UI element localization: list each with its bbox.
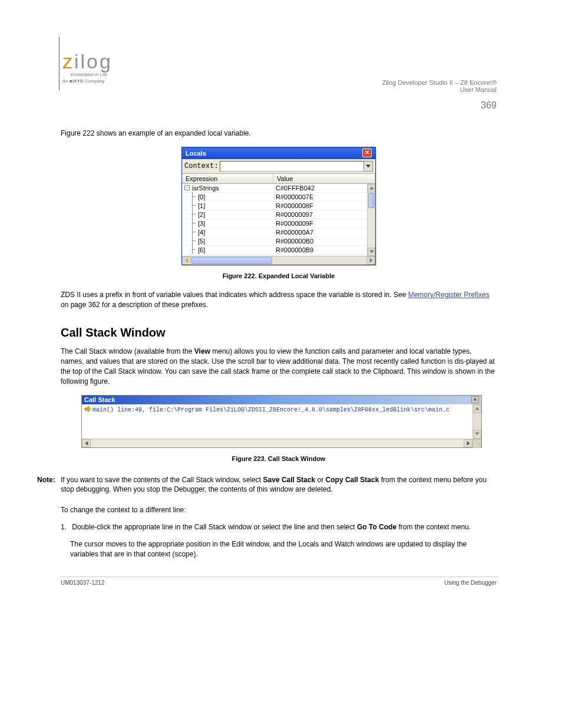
tree-branch-icon xyxy=(189,210,196,219)
tree-branch-icon xyxy=(189,192,196,201)
scroll-thumb[interactable] xyxy=(191,257,272,264)
figure-223-caption: Figure 223. Call Stack Window xyxy=(61,455,497,462)
scroll-right-button[interactable] xyxy=(366,256,375,265)
chevron-up-icon xyxy=(475,407,480,410)
scroll-right-button[interactable] xyxy=(464,439,472,447)
scroll-track[interactable] xyxy=(91,439,464,447)
procedure-step: 1. Double-click the appropriate line in … xyxy=(61,522,497,532)
page-header: Zilog Developer Studio II – Z8 Encore!® … xyxy=(61,79,497,111)
chevron-right-icon xyxy=(467,441,470,446)
horizontal-scrollbar[interactable] xyxy=(82,439,481,447)
procedure-intro: To change the context to a different lin… xyxy=(61,505,497,515)
callstack-heading: Call Stack Window xyxy=(61,326,497,340)
chevron-right-icon xyxy=(369,258,373,263)
logo-wordmark: zilog xyxy=(62,50,497,73)
scroll-up-button[interactable] xyxy=(473,404,481,413)
locals-columns-header: Expression Value xyxy=(182,173,375,184)
memory-prefixes-link[interactable]: Memory/Register Prefixes xyxy=(408,291,490,299)
chevron-left-icon xyxy=(185,258,189,263)
scroll-left-button[interactable] xyxy=(182,256,191,265)
note-label: Note: xyxy=(37,475,55,485)
close-icon[interactable]: × xyxy=(471,396,479,403)
scroll-thumb[interactable] xyxy=(368,193,375,208)
tree-branch-icon xyxy=(189,228,196,236)
context-dropdown-button[interactable] xyxy=(363,161,373,172)
current-frame-arrow-icon xyxy=(84,406,91,413)
footer-section: Using the Debugger xyxy=(444,579,497,586)
root-value: C#0FFFB042 xyxy=(273,185,367,192)
resize-grip-icon[interactable] xyxy=(472,439,481,448)
page-number: 369 xyxy=(481,100,497,110)
callstack-title-text: Call Stack xyxy=(84,396,115,403)
column-value[interactable]: Value xyxy=(273,174,375,183)
locals-rows: − isrStrings C#0FFFB042 [0]R#0000007E [1… xyxy=(182,184,367,256)
chevron-up-icon xyxy=(369,186,374,190)
callstack-content[interactable]: main() line:49, file:C:\Program Files\Zi… xyxy=(82,404,472,439)
tree-child-row[interactable]: [4]R#000000A7 xyxy=(182,228,367,237)
tree-child-row[interactable]: [1]R#0000008F xyxy=(182,202,367,210)
scroll-down-button[interactable] xyxy=(473,430,481,439)
tree-child-row[interactable]: [6]R#000000B9 xyxy=(182,246,367,255)
vertical-scrollbar[interactable] xyxy=(367,184,375,256)
callstack-titlebar[interactable]: Call Stack × xyxy=(82,396,481,404)
root-name: isrStrings xyxy=(192,185,219,192)
tree-branch-icon xyxy=(189,219,196,228)
context-label: Context: xyxy=(184,162,219,170)
tree-root-row[interactable]: − isrStrings C#0FFFB042 xyxy=(182,184,367,193)
locals-title-text: Locals xyxy=(186,150,206,157)
figure-222-caption: Figure 222. Expanded Local Variable xyxy=(61,272,497,279)
prefix-note: ZDS II uses a prefix in front of variabl… xyxy=(61,290,497,310)
note-block: Note: If you want to save the contents o… xyxy=(61,475,497,495)
locals-titlebar[interactable]: Locals ✕ xyxy=(182,147,375,159)
context-input[interactable] xyxy=(220,161,364,172)
chevron-down-icon xyxy=(475,432,480,436)
scroll-up-button[interactable] xyxy=(368,184,375,192)
tree-child-row[interactable]: [0]R#0000007E xyxy=(182,193,367,202)
chevron-down-icon xyxy=(369,250,374,253)
procedure-result: The cursor moves to the appropriate posi… xyxy=(70,539,497,559)
callstack-paragraph: The Call Stack window (available from th… xyxy=(61,347,497,386)
vertical-scrollbar[interactable] xyxy=(472,404,481,439)
scroll-left-button[interactable] xyxy=(82,439,91,447)
tree-branch-icon xyxy=(189,245,196,254)
collapse-icon[interactable]: − xyxy=(184,185,190,190)
scroll-down-button[interactable] xyxy=(368,248,375,256)
chevron-left-icon xyxy=(85,441,88,446)
close-icon[interactable]: ✕ xyxy=(362,149,372,157)
horizontal-scrollbar[interactable] xyxy=(182,256,375,265)
logo-tagline: Embedded in Life xyxy=(71,72,497,77)
callstack-window: Call Stack × main() line:49, file:C:\Pro… xyxy=(81,395,482,448)
tree-child-row[interactable]: [3]R#0000009F xyxy=(182,219,367,228)
chevron-down-icon xyxy=(366,164,371,168)
tree-child-row[interactable]: [2]R#00000097 xyxy=(182,210,367,219)
column-expression[interactable]: Expression xyxy=(182,174,273,183)
tree-branch-icon xyxy=(189,201,196,210)
footer-doc-number: UM013037-1212 xyxy=(61,579,105,586)
intro-text: Figure 222 shows an example of an expand… xyxy=(61,129,497,139)
tree-branch-icon xyxy=(189,236,196,245)
locals-window: Locals ✕ Context: Expression Value − isr… xyxy=(181,147,376,265)
callstack-line: main() line:49, file:C:\Program Files\Zi… xyxy=(92,407,449,413)
tree-child-row[interactable]: [5]R#000000B0 xyxy=(182,237,367,246)
